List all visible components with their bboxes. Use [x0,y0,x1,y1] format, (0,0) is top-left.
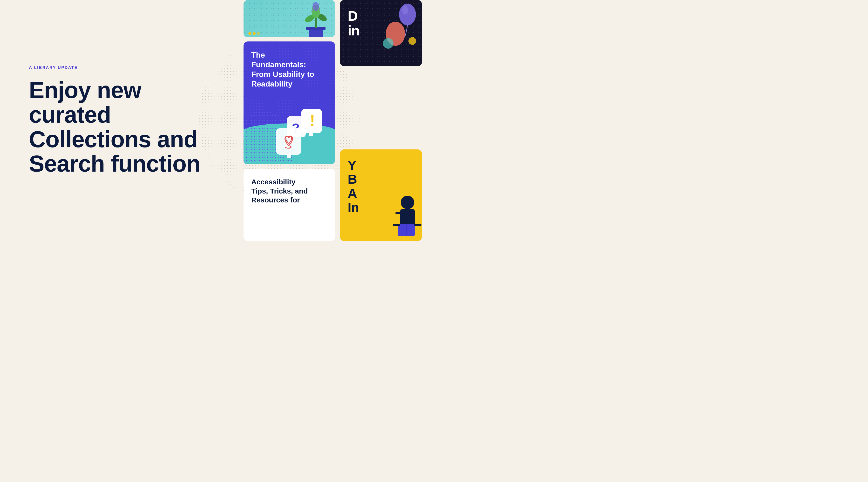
svg-rect-15 [276,128,301,155]
yellow-dots [248,32,260,35]
card-fundamentals-title: The Fundamentals: From Usability to Read… [251,50,330,89]
svg-point-21 [408,37,416,45]
card-teal-plant [244,0,335,37]
page-container: A LIBRARY UPDATE Enjoy new curated Colle… [0,0,434,241]
chat-bubbles-illustration: ! ? [275,106,333,160]
card-yellow-right[interactable]: Y B A In [340,150,422,241]
card-fundamentals[interactable]: The Fundamentals: From Usability to Read… [244,41,335,164]
card-dark-text: D in [348,9,417,38]
svg-rect-16 [287,154,291,158]
card-accessibility-title: Accessibility Tips, Tricks, and Resource… [251,178,330,204]
card-dark-right[interactable]: D in [340,0,422,66]
plant-illustration [301,2,330,37]
left-content-area: A LIBRARY UPDATE Enjoy new curated Colle… [29,65,227,176]
card-illustration-area: ! ? [244,97,335,164]
card-accessibility[interactable]: Accessibility Tips, Tricks, and Resource… [244,169,335,241]
label-tag: A LIBRARY UPDATE [29,65,227,70]
cards-area: The Fundamentals: From Usability to Read… [241,0,434,241]
svg-rect-27 [393,224,400,226]
svg-point-6 [312,2,319,11]
svg-rect-26 [406,224,406,236]
svg-rect-24 [396,212,406,214]
main-heading: Enjoy new curated Collections and Search… [29,78,227,176]
svg-rect-10 [309,132,313,136]
person-reading-illustration [378,188,422,241]
svg-text:!: ! [310,112,315,129]
svg-rect-28 [414,224,422,226]
svg-point-22 [401,196,414,209]
svg-point-20 [383,38,394,49]
